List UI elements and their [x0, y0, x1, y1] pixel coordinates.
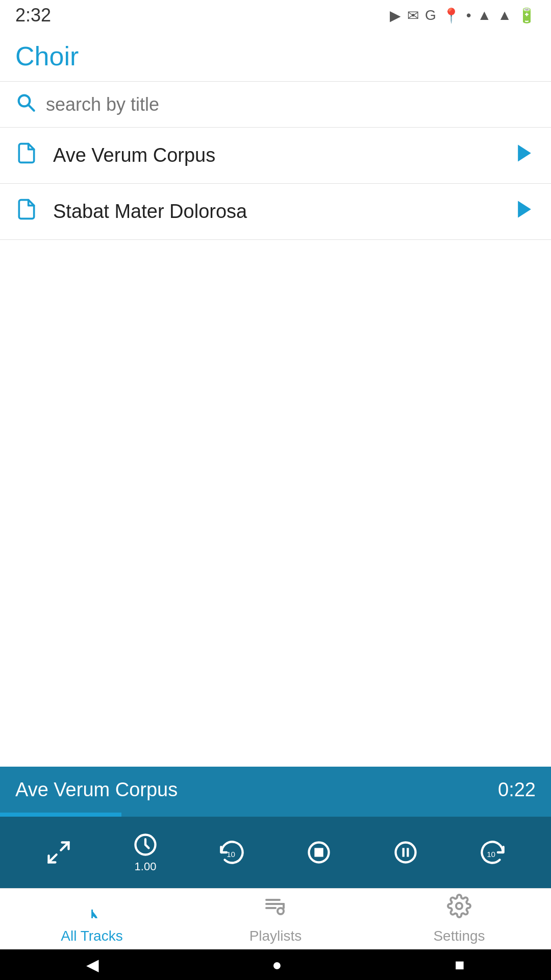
svg-line-5 [49, 854, 57, 862]
track-item-1[interactable]: Ave Verum Corpus [0, 128, 551, 184]
location-icon: 📍 [442, 7, 460, 24]
play-icon-2[interactable] [513, 198, 536, 226]
playlists-label: Playlists [249, 928, 302, 944]
player-controls: 1.00 10 [0, 817, 551, 888]
player-title-bar: Ave Verum Corpus 0:22 [0, 767, 551, 813]
stop-button[interactable] [306, 839, 332, 866]
svg-text:10: 10 [487, 850, 495, 859]
svg-text:♪: ♪ [82, 896, 102, 918]
speed-button[interactable]: 1.00 [132, 831, 159, 873]
pause-button[interactable] [392, 839, 419, 866]
svg-text:10: 10 [227, 850, 235, 859]
track-list: Ave Verum Corpus Stabat Mater Dolorosa [0, 128, 551, 240]
nav-item-playlists[interactable]: Playlists [184, 894, 367, 944]
doc-icon-2 [15, 198, 38, 226]
svg-line-1 [29, 105, 34, 111]
app-title: Choir [15, 41, 79, 71]
settings-label: Settings [433, 928, 485, 944]
dot-icon: • [466, 7, 471, 23]
google-icon: G [425, 7, 436, 23]
player-progress-bar[interactable] [0, 813, 551, 817]
play-icon-1[interactable] [513, 142, 536, 169]
status-time: 2:32 [15, 5, 51, 26]
svg-marker-2 [518, 144, 531, 161]
svg-marker-3 [518, 201, 531, 217]
bottom-nav: ♪ All Tracks Playlists Settings [0, 888, 551, 949]
svg-line-4 [61, 843, 68, 850]
recents-button[interactable]: ■ [455, 955, 464, 974]
doc-icon-1 [15, 142, 38, 169]
signal-icon: ▲ [497, 7, 512, 23]
forward10-button[interactable]: 10 [479, 839, 506, 866]
track-title-2: Stabat Mater Dolorosa [53, 201, 513, 223]
svg-point-10 [396, 843, 416, 863]
app-title-bar: Choir [0, 31, 551, 82]
player-time: 0:22 [498, 779, 536, 801]
nav-item-settings[interactable]: Settings [367, 894, 551, 944]
status-bar: 2:32 ▶ ✉ G 📍 • ▲ ▲ 🔋 [0, 0, 551, 31]
play-status-icon: ▶ [390, 7, 401, 24]
search-icon [15, 92, 36, 117]
player-track-name: Ave Verum Corpus [15, 779, 178, 801]
svg-point-18 [278, 908, 284, 914]
search-input[interactable] [46, 94, 536, 115]
home-button[interactable]: ● [272, 955, 282, 974]
settings-icon [447, 894, 471, 924]
wifi-icon: ▲ [478, 7, 492, 23]
back-button[interactable]: ◀ [86, 955, 99, 974]
nav-item-all-tracks[interactable]: ♪ All Tracks [0, 894, 184, 944]
battery-icon: 🔋 [518, 7, 536, 24]
svg-rect-9 [316, 849, 322, 856]
status-icons: ▶ ✉ G 📍 • ▲ ▲ 🔋 [390, 7, 536, 24]
search-bar[interactable] [0, 82, 551, 128]
speed-label: 1.00 [135, 860, 157, 873]
expand-button[interactable] [45, 839, 72, 866]
all-tracks-label: All Tracks [61, 928, 122, 944]
sys-nav-bar: ◀ ● ■ [0, 949, 551, 980]
player-container: Ave Verum Corpus 0:22 1.00 [0, 767, 551, 888]
track-item-2[interactable]: Stabat Mater Dolorosa [0, 184, 551, 240]
track-title-1: Ave Verum Corpus [53, 144, 513, 166]
playlists-icon [263, 894, 288, 924]
mail-icon: ✉ [407, 7, 419, 24]
rewind10-button[interactable]: 10 [219, 839, 245, 866]
all-tracks-icon: ♪ [80, 894, 104, 924]
player-progress-fill [0, 813, 121, 817]
svg-point-21 [456, 903, 462, 909]
